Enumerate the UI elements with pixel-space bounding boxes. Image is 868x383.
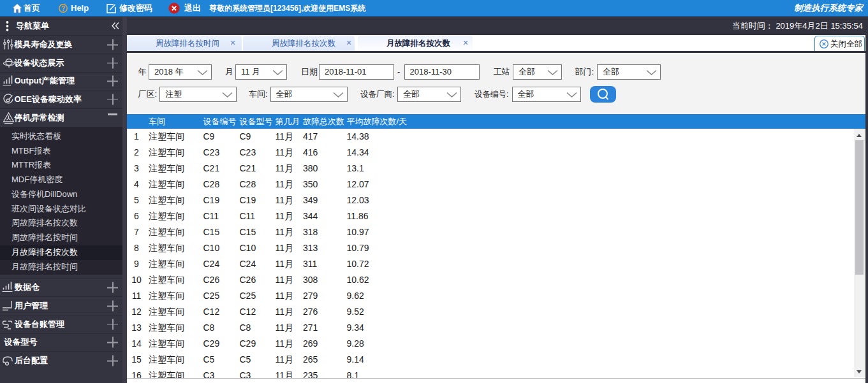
svg-text:?: ?	[61, 5, 65, 12]
